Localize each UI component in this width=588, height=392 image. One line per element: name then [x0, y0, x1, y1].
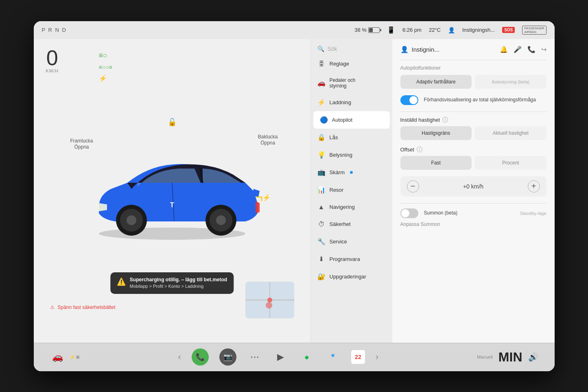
sidebar-item-programvara[interactable]: ⬇ Programvara [311, 250, 392, 268]
notification-text: Supercharging otillig. – lägg till bet.m… [130, 276, 227, 289]
sidebar-item-sakerhet[interactable]: ⏱ Säkerhet [311, 216, 392, 233]
notification-banner[interactable]: ⚠️ Supercharging otillig. – lägg till be… [110, 272, 234, 293]
forhand-toggle-label: Förhandsvisualisering av total självkörn… [424, 96, 536, 103]
speed-increase-button[interactable]: + [528, 180, 540, 193]
notification-subtitle: Mobilapp > Profil > Konto > Laddning [130, 283, 227, 289]
settings-panel: 👤 Instignin... 🔔 🎤 📞 ↪ Autopilotfunktion… [392, 39, 555, 343]
divider-1 [400, 60, 546, 60]
sidebar-item-las[interactable]: 🔒 Lås [311, 129, 392, 146]
speed-decrease-button[interactable]: − [407, 180, 419, 193]
speed-mode-label: Manuell [477, 355, 493, 359]
battery-indicator: 38 % [354, 27, 380, 33]
resor-icon: 📊 [317, 186, 326, 194]
adaptiv-farthallare-button[interactable]: Adaptiv farthållare [400, 75, 472, 89]
sidebar-item-service[interactable]: 🔧 Service [311, 233, 392, 250]
camera-button[interactable]: 📷 [219, 348, 236, 366]
airbag-badge: PASSENGERAIRBAG [522, 26, 546, 35]
sidebar-item-laddning[interactable]: ⚡ Laddning [311, 94, 392, 111]
navigering-icon: ▲ [317, 204, 326, 211]
toggle-row-forhand: Förhandsvisualisering av total självkörn… [400, 95, 546, 105]
minimap[interactable] [245, 282, 294, 318]
svg-point-5 [127, 215, 136, 225]
taskbar-left: 🚗 ⚡🖥 [50, 349, 80, 365]
adas-icon: ≡○○≡ [99, 64, 112, 70]
autostyrning-button[interactable]: Autostyrning (beta) [475, 75, 546, 89]
sidebar-item-reglage[interactable]: 🎛 Reglage [311, 55, 392, 72]
minimap-svg [245, 282, 294, 318]
sakerhet-icon: ⏱ [317, 221, 326, 228]
right-panel: 🔍 Sök 🎛 Reglage 🚗 Pedaler ochstyrning ⚡ … [310, 39, 555, 343]
media-play-icon[interactable]: ▶ [273, 349, 289, 365]
navigering-label: Navigering [330, 204, 355, 210]
calendar-icon[interactable]: 22 [351, 350, 365, 364]
hastighet-info-icon[interactable]: i [442, 117, 448, 123]
fast-button[interactable]: Fast [400, 156, 472, 170]
offset-info-icon[interactable]: i [417, 147, 422, 152]
divider-3 [400, 203, 546, 204]
sidebar-item-resor[interactable]: 📊 Resor [311, 181, 392, 199]
aktuell-hastighet-button[interactable]: Aktuell hastighet [475, 126, 546, 140]
spotify-icon[interactable]: ● [299, 349, 315, 365]
grid-icon[interactable]: ⋯ [247, 349, 262, 365]
uppgraderingar-icon: 🔐 [317, 273, 326, 280]
sidebar-item-uppgraderingar[interactable]: 🔐 Uppgraderingar [311, 268, 392, 285]
screen-icon: 📱 [387, 26, 395, 34]
sakerhet-label: Säkerhet [330, 221, 351, 227]
svg-point-13 [266, 302, 272, 309]
warning-icon: ⚠️ [117, 277, 126, 286]
sidebar-item-autopilot[interactable]: 🔵 Autopilot [313, 111, 390, 129]
svg-point-12 [267, 298, 272, 302]
sidebar-item-pedaler[interactable]: 🚗 Pedaler ochstyrning [311, 72, 392, 94]
forhand-toggle[interactable] [400, 95, 418, 105]
search-bar[interactable]: 🔍 Sök [311, 42, 392, 55]
autopilot-section-title: Autopilotfunktioner [400, 65, 546, 71]
programvara-icon: ⬇ [317, 255, 326, 263]
header-icons: 🔔 🎤 📞 ↪ [500, 46, 546, 53]
car-container: Framlucka Öppna Baklucka Öppna 🔓 [66, 72, 278, 294]
reglage-label: Reglage [330, 61, 349, 67]
svg-text:⚡: ⚡ [262, 194, 270, 201]
lock-icon: 🔓 [168, 118, 177, 127]
sos-badge: SOS [502, 27, 515, 33]
standby-label: Standby-läge [520, 211, 546, 216]
laddning-icon: ⚡ [317, 99, 326, 106]
back-door-label: Baklucka Öppna [258, 134, 278, 147]
search-placeholder: Sök [328, 46, 337, 52]
battery-fill [369, 28, 373, 32]
sidebar-item-skarm[interactable]: 📺 Skärm [311, 164, 392, 181]
programvara-label: Programvara [330, 256, 360, 262]
hastighetsgrans-button[interactable]: Hastigsgräns [400, 126, 472, 140]
car-icon[interactable]: 🚗 [50, 349, 66, 365]
belysning-icon: 💡 [317, 151, 326, 159]
screen-bezel: P R N D 38 % 📱 6:26 pm 22°C 👤 Instigning… [34, 21, 555, 371]
hastighet-button-group: Hastigsgräns Aktuell hastighet [400, 126, 546, 140]
next-arrow[interactable]: › [376, 352, 378, 362]
phone-call-button[interactable]: 📞 [192, 348, 209, 366]
volume-icon[interactable]: 🔊 [528, 352, 538, 362]
prev-arrow[interactable]: ‹ [178, 352, 181, 362]
headlight-icon: ≡○ [99, 51, 112, 60]
procent-button[interactable]: Procent [475, 156, 546, 170]
seat-warning: ⚠ Spänn fast säkerhetsbältet [50, 304, 116, 310]
speed-unit: KM/H [46, 68, 59, 73]
taskbar-center: ‹ 📞 📷 ⋯ ▶ ● * 22 › [178, 348, 379, 366]
min-speed-display: MIN [498, 350, 522, 364]
menu-sidebar: 🔍 Sök 🎛 Reglage 🚗 Pedaler ochstyrning ⚡ … [311, 39, 392, 343]
car-image: Framlucka Öppna Baklucka Öppna 🔓 [74, 126, 270, 240]
user-icon: 👤 [448, 27, 455, 33]
tesla-screen: P R N D 38 % 📱 6:26 pm 22°C 👤 Instigning… [34, 21, 555, 371]
forward-icon[interactable]: ↪ [541, 46, 546, 53]
user-label: Instigningsh... [462, 27, 495, 33]
summon-toggle[interactable] [400, 208, 418, 218]
mic-icon[interactable]: 🎤 [514, 46, 522, 53]
bluetooth-icon[interactable]: * [325, 349, 341, 365]
front-door-label: Framlucka Öppna [70, 138, 93, 151]
speedometer: 0 KM/H [46, 47, 59, 73]
phone-small-icon[interactable]: 📞 [527, 46, 536, 53]
alarm-icon[interactable]: 🔔 [500, 46, 508, 53]
anpassa-summon-link[interactable]: Anpassa Summon [400, 221, 546, 227]
autopilot-icon: 🔵 [320, 116, 328, 124]
sidebar-item-navigering[interactable]: ▲ Navigering [311, 199, 392, 216]
sidebar-item-belysning[interactable]: 💡 Belysning [311, 146, 392, 164]
summon-row: Summon (beta) Standby-läge [400, 208, 546, 218]
